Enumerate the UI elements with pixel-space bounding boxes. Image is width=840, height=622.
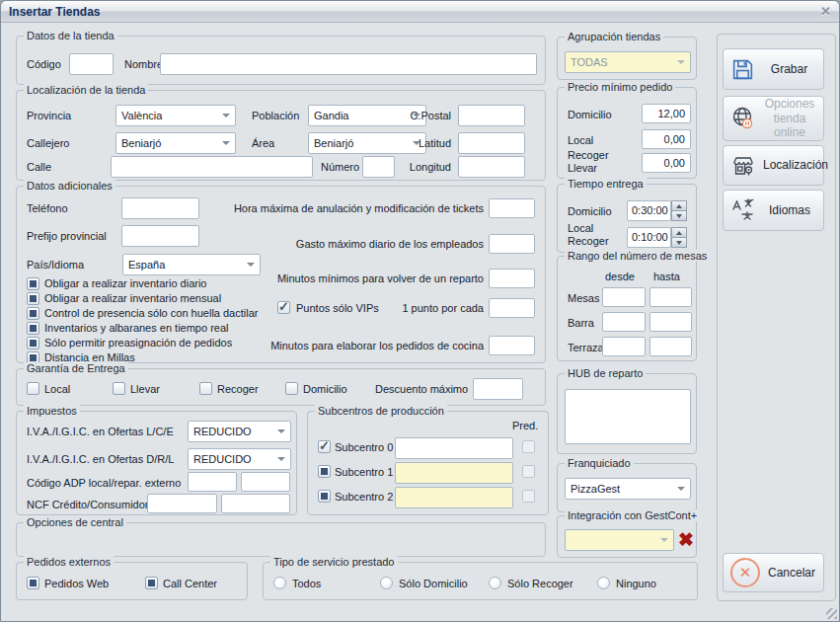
iva-drl-combo[interactable]: REDUCIDO [188, 448, 291, 470]
area-label: Área [252, 137, 274, 150]
terraza-hasta-input[interactable] [649, 337, 692, 356]
agrupacion-combo[interactable]: TODAS [565, 51, 691, 73]
checkbox-pred-2[interactable] [522, 490, 535, 503]
spin-down-icon[interactable] [671, 237, 687, 248]
provincia-combo[interactable]: València [115, 105, 236, 126]
group-agrupacion: Agrupación tiendas TODAS [557, 37, 697, 80]
idiomas-label: Idiomas [763, 203, 816, 217]
hub-listbox[interactable] [565, 389, 691, 444]
radio-ninguno[interactable] [597, 577, 610, 589]
grabar-button[interactable]: Grabar [723, 48, 824, 90]
ncf-consumidor-input[interactable] [221, 494, 290, 513]
subcentro-1-input[interactable] [395, 462, 513, 484]
adp-externo-input[interactable] [241, 472, 290, 492]
radio-todos[interactable] [273, 577, 286, 589]
punto-por-cada-input[interactable] [489, 298, 535, 318]
subcentro-2-input[interactable] [395, 487, 513, 508]
pred-header: Pred. [512, 420, 538, 432]
gasto-maximo-input[interactable] [489, 234, 535, 254]
group-title: Rango del número de mesas [565, 250, 710, 262]
hora-maxima-input[interactable] [489, 198, 535, 218]
mesas-desde-input[interactable] [602, 287, 646, 307]
checkbox-garantia-llevar[interactable] [113, 382, 125, 395]
group-tiempo-entrega: Tiempo entrega Domicilio 0:30:00 Local R… [557, 184, 697, 253]
spin-down-icon[interactable] [671, 210, 687, 221]
barra-desde-input[interactable] [602, 312, 646, 332]
ncf-credito-input[interactable] [147, 494, 217, 513]
checkbox-pred-0[interactable] [522, 440, 535, 453]
group-datos-adicionales: Datos adicionales Teléfono Prefijo provi… [16, 186, 546, 363]
checkbox-huella-dactilar[interactable] [27, 307, 39, 320]
franquiciado-value: PizzaGest [571, 483, 677, 495]
group-franquiciado: Franquiciado PizzaGest [557, 463, 697, 512]
checkbox-label: Sólo permitir preasignación de pedidos [44, 337, 232, 350]
iva-lce-combo[interactable]: REDUCIDO [188, 421, 291, 442]
checkbox-subcentro-1[interactable] [318, 465, 331, 478]
cpostal-label: C.Postal [387, 110, 451, 121]
tiempo-local-input[interactable]: 0:10:00 [627, 227, 671, 248]
checkbox-preasignacion[interactable] [27, 337, 39, 350]
terraza-desde-input[interactable] [602, 337, 646, 356]
desde-header: desde [605, 271, 635, 283]
group-title: Impuestos [24, 405, 80, 417]
group-tipo-servicio: Tipo de servicio prestado Todos Sólo Dom… [263, 562, 698, 600]
telefono-input[interactable] [121, 197, 199, 219]
precio-domicilio-input[interactable]: 12,00 [642, 104, 691, 123]
radio-solo-domicilio[interactable] [380, 577, 393, 589]
codigo-input[interactable] [69, 53, 114, 75]
subcentro-0-input[interactable] [395, 437, 513, 459]
iva-drl-label: I.V.A./I.G.I.C. en Ofertas D/R/L [27, 453, 174, 466]
checkbox-garantia-local[interactable] [27, 382, 39, 395]
tiempo-local-spinner[interactable] [671, 227, 687, 248]
iva-lce-value: REDUCIDO [193, 426, 277, 437]
checkbox-pedidos-web[interactable] [27, 577, 39, 589]
idiomas-button[interactable]: Idiomas [723, 190, 824, 231]
localizacion-button[interactable]: Localización [723, 145, 824, 186]
longitud-input[interactable] [458, 156, 525, 178]
descuento-maximo-input[interactable] [473, 378, 523, 400]
calle-input[interactable] [111, 156, 313, 178]
cpostal-input[interactable] [458, 105, 525, 126]
checkbox-subcentro-2[interactable] [318, 490, 331, 503]
latitud-input[interactable] [458, 132, 525, 154]
mesas-hasta-input[interactable] [649, 287, 692, 307]
checkbox-puntos-vips[interactable] [277, 301, 290, 314]
group-title: Precio mínimo pedido [565, 81, 675, 93]
franquiciado-combo[interactable]: PizzaGest [565, 478, 691, 500]
checkbox-tiempo-real[interactable] [27, 322, 39, 335]
close-icon[interactable]: ✕ [820, 5, 831, 18]
checkbox-inventario-mensual[interactable] [27, 292, 39, 305]
checkbox-call-center[interactable] [145, 577, 158, 589]
checkbox-subcentro-0[interactable] [318, 440, 331, 453]
iva-lce-label: I.V.A./I.G.I.C. en Ofertas L/C/E [27, 426, 174, 438]
adp-local-input[interactable] [188, 472, 237, 492]
resize-grip[interactable] [826, 608, 837, 619]
prefijo-input[interactable] [121, 225, 199, 247]
precio-local-label: Local [568, 134, 593, 147]
red-x-icon[interactable]: ✖ [678, 530, 694, 549]
radio-label: Todos [292, 578, 321, 590]
precio-recoger-input[interactable]: 0,00 [642, 153, 691, 173]
cancelar-button[interactable]: Cancelar [723, 553, 824, 592]
minutos-cocina-input[interactable] [489, 336, 535, 355]
tiempo-domicilio-spinner[interactable] [671, 200, 687, 221]
title-bar[interactable]: Insertar Tiendas ✕ [1, 1, 839, 23]
radio-solo-recoger[interactable] [489, 577, 501, 589]
mesas-label: Mesas [568, 292, 599, 305]
precio-local-input[interactable]: 0,00 [642, 129, 691, 149]
checkbox-pred-1[interactable] [522, 465, 535, 478]
group-title: Franquiciado [565, 457, 634, 469]
opciones-tienda-online-button[interactable]: Opciones tienda online [723, 96, 824, 141]
callejero-combo[interactable]: Beniarjó [115, 132, 236, 154]
gestcont-combo[interactable] [565, 529, 674, 551]
checkbox-garantia-domicilio[interactable] [285, 382, 298, 395]
checkbox-garantia-recoger[interactable] [199, 382, 212, 395]
longitud-label: Longitud [387, 161, 451, 173]
minutos-minimos-input[interactable] [489, 269, 535, 288]
checkbox-inventario-diario[interactable] [27, 277, 39, 290]
barra-hasta-input[interactable] [649, 312, 692, 332]
adp-label: Código ADP local/repar. externo [27, 477, 181, 490]
nombre-input[interactable] [160, 53, 537, 75]
tiempo-local-label: Local Recoger [568, 222, 609, 247]
tiempo-domicilio-input[interactable]: 0:30:00 [627, 200, 671, 221]
